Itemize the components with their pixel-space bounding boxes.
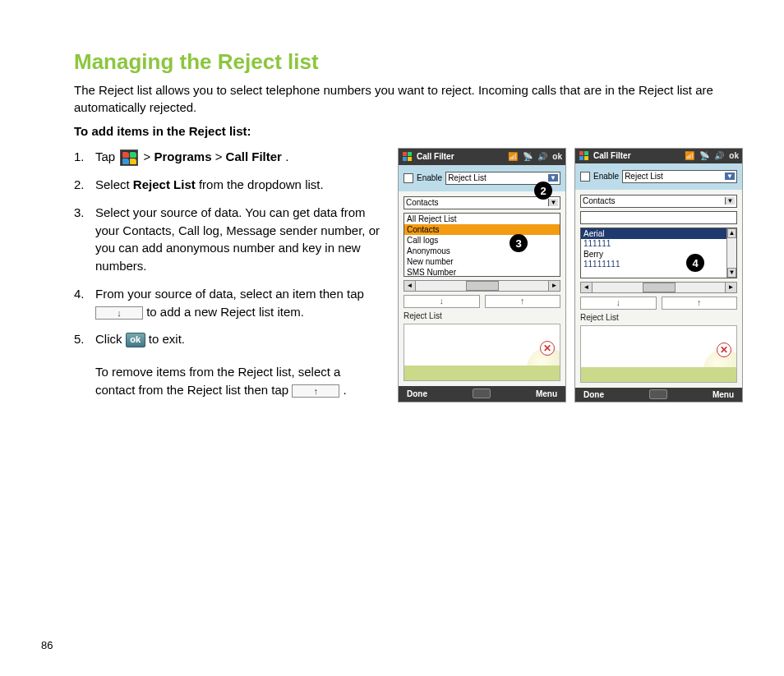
remove-up-button-icon: ↑ <box>292 384 339 398</box>
done-button[interactable]: Done <box>583 390 604 399</box>
scroll-left-button[interactable]: ◄ <box>404 281 416 291</box>
start-icon[interactable] <box>402 151 413 163</box>
step4-b: to add a new Reject list item. <box>146 305 304 319</box>
signal-icon: 📶 <box>685 151 694 160</box>
reject-list-label: Reject List <box>404 311 560 320</box>
ok-button-icon: ok <box>126 333 145 347</box>
add-down-button-icon: ↓ <box>95 306 143 320</box>
contact-number: 111111 <box>581 239 736 249</box>
phone-bottombar: Done Menu <box>575 388 742 402</box>
vertical-scrollbar[interactable]: ▲ ▼ <box>726 228 736 278</box>
ok-icon[interactable]: ok <box>729 151 739 160</box>
windows-start-icon <box>120 149 138 166</box>
remove-up-button[interactable]: ↑ <box>485 295 561 308</box>
phone-screenshot-left: 2 3 Call Filter 📶 📡 🔊 ok Enable Reject L… <box>398 148 566 402</box>
ok-icon[interactable]: ok <box>552 152 562 161</box>
network-icon: 📡 <box>699 151 709 160</box>
search-input[interactable] <box>580 211 737 224</box>
list-item[interactable]: New number <box>404 256 560 267</box>
signal-icon: 📶 <box>508 152 518 161</box>
keyboard-icon[interactable] <box>649 389 667 399</box>
horizontal-scrollbar[interactable]: ◄ ► <box>580 282 737 293</box>
list-item-selected[interactable]: Contacts <box>404 224 560 235</box>
instructions-column: Tap > Programs > Call Filter . Select Re… <box>74 148 381 409</box>
add-down-button[interactable]: ↓ <box>404 295 480 308</box>
reject-list-box[interactable]: ✕ <box>580 325 737 383</box>
step2-c: from the dropdown list. <box>199 177 324 191</box>
enable-dropdown-value: Reject List <box>448 173 487 182</box>
menu-button[interactable]: Menu <box>713 390 734 399</box>
horizontal-scrollbar[interactable]: ◄ ► <box>404 280 560 292</box>
remove-text-b: . <box>343 383 346 397</box>
start-icon[interactable] <box>579 150 590 162</box>
callout-4: 4 <box>686 254 704 272</box>
contact-item-selected[interactable]: Aerial <box>581 228 736 239</box>
volume-icon: 🔊 <box>714 151 724 160</box>
ground-decoration <box>581 367 736 382</box>
step-3: Select your source of data. You can get … <box>74 204 381 275</box>
step2-rejectlist: Reject List <box>133 177 196 191</box>
add-down-button[interactable]: ↓ <box>580 297 657 310</box>
enable-dropdown[interactable]: Reject List ▼ <box>622 170 737 183</box>
scroll-left-button[interactable]: ◄ <box>581 283 593 292</box>
remove-up-button[interactable]: ↑ <box>662 297 738 310</box>
enable-label: Enable <box>417 173 442 182</box>
reject-list-box[interactable]: ✕ <box>404 324 560 381</box>
reject-x-icon: ✕ <box>717 343 731 357</box>
phone-titlebar: Call Filter 📶 📡 🔊 ok <box>399 149 565 165</box>
list-item[interactable]: Call logs <box>404 235 560 246</box>
app-title: Call Filter <box>593 151 631 160</box>
callout-3: 3 <box>510 234 528 252</box>
scroll-thumb[interactable] <box>466 281 499 291</box>
step1-text-a: Tap <box>95 149 118 163</box>
source-combo-value: Contacts <box>406 198 438 207</box>
phone-bottombar: Done Menu <box>399 386 565 402</box>
step1-sep2: > <box>215 149 226 163</box>
step4-a: From your source of data, select an item… <box>95 287 364 301</box>
done-button[interactable]: Done <box>407 389 427 398</box>
reject-x-icon: ✕ <box>540 341 555 356</box>
source-combo-value: Contacts <box>583 196 615 205</box>
source-listbox[interactable]: All Reject List Contacts Call logs Anony… <box>404 213 560 277</box>
contact-item[interactable]: Berry <box>581 249 736 260</box>
scroll-down-button[interactable]: ▼ <box>727 268 736 278</box>
intro-text: The Reject list allows you to select tel… <box>74 81 743 116</box>
step1-programs: Programs <box>154 149 211 163</box>
network-icon: 📡 <box>523 152 533 161</box>
dropdown-arrow-icon: ▼ <box>548 174 558 182</box>
combo-arrow-icon: ▼ <box>725 197 735 205</box>
step-2: Select Reject List from the dropdown lis… <box>74 176 381 194</box>
step-5: Click ok to exit. To remove items from t… <box>74 330 381 398</box>
list-item[interactable]: SMS Number <box>404 267 560 277</box>
scroll-right-button[interactable]: ► <box>548 281 560 291</box>
contacts-listbox[interactable]: Aerial 111111 Berry 11111111 ▲ ▼ <box>580 228 737 278</box>
menu-button[interactable]: Menu <box>536 389 557 398</box>
list-item[interactable]: Anonymous <box>404 246 560 256</box>
list-item[interactable]: All Reject List <box>404 214 560 224</box>
dropdown-arrow-icon: ▼ <box>725 172 735 180</box>
contact-number: 11111111 <box>581 260 736 269</box>
enable-checkbox[interactable] <box>580 172 590 182</box>
enable-row: Enable Reject List ▼ <box>575 163 742 190</box>
keyboard-icon[interactable] <box>473 389 491 398</box>
enable-label: Enable <box>593 172 619 181</box>
scroll-right-button[interactable]: ► <box>725 283 736 292</box>
scroll-thumb[interactable] <box>643 283 676 292</box>
step2-a: Select <box>95 177 133 191</box>
enable-checkbox[interactable] <box>404 173 413 183</box>
page-number: 86 <box>41 639 53 651</box>
step1-sep1: > <box>144 149 154 163</box>
source-combo[interactable]: Contacts ▼ <box>580 195 737 208</box>
screenshots-column: 2 3 Call Filter 📶 📡 🔊 ok Enable Reject L… <box>398 148 743 409</box>
callout-2: 2 <box>534 182 552 200</box>
page-heading: Managing the Reject list <box>74 49 743 75</box>
combo-arrow-icon: ▼ <box>548 199 558 206</box>
step-1: Tap > Programs > Call Filter . <box>74 148 381 166</box>
subheading: To add items in the Reject list: <box>74 124 743 138</box>
scroll-up-button[interactable]: ▲ <box>727 228 736 238</box>
ground-decoration <box>404 366 560 380</box>
source-combo[interactable]: Contacts ▼ <box>404 196 560 209</box>
step-4: From your source of data, select an item… <box>74 285 381 321</box>
reject-list-label: Reject List <box>580 313 737 322</box>
step5-b: to exit. <box>149 332 185 346</box>
